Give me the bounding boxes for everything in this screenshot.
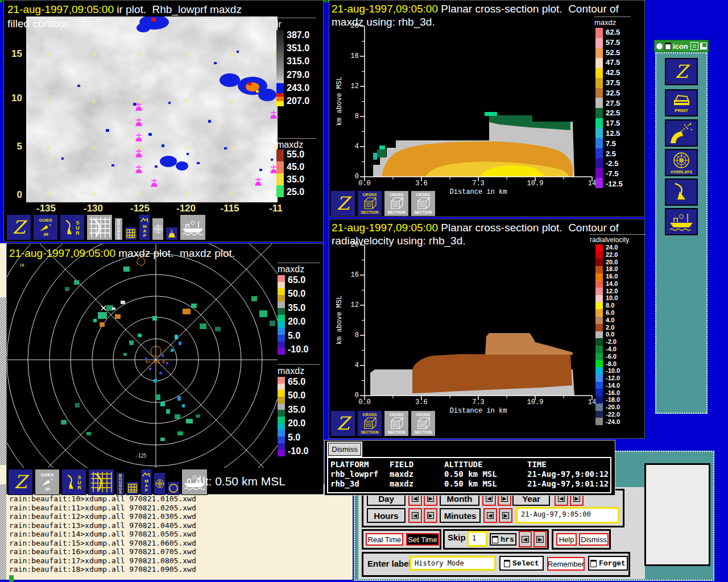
timestamp: 21-aug-1997,09:05:00 [332, 3, 438, 15]
hours-label: Hours [367, 508, 406, 523]
ship-icon [669, 211, 694, 232]
y-tick: 10 [7, 93, 22, 104]
radar-echoes [61, 267, 275, 441]
hours-prev-button[interactable]: ◀ [408, 508, 422, 523]
grid-icon [128, 484, 137, 493]
zebra-logo-button[interactable]: Z [665, 58, 698, 85]
maximize-icon[interactable] [700, 43, 707, 49]
radar-button[interactable] [665, 178, 698, 206]
set-time-button[interactable]: Set Time [406, 533, 439, 546]
forget-button[interactable]: Forget [588, 556, 628, 571]
minutes-prev-button[interactable]: ◀ [483, 508, 497, 523]
enter-label: Enter label: [367, 559, 414, 568]
terminal-window[interactable]: rain:beaufait:10>xdump.all 970821.0105.x… [0, 484, 353, 580]
cross-section-button-active[interactable]: CROSS SECTION [357, 190, 382, 217]
print-button[interactable]: PRINT [665, 89, 698, 117]
zebra-logo-button[interactable]: Z [6, 214, 31, 240]
timestamp: 21-aug-1997,09:05:00 [9, 247, 115, 259]
overlay-rings-button[interactable] [152, 218, 164, 240]
zebra-logo-button[interactable]: Z [330, 190, 355, 217]
dismiss-button[interactable]: Dismiss [579, 533, 609, 546]
ir-plot-window: 21-aug-1997,09:05:00 ir plot. Rhb_lowprf… [3, 0, 324, 242]
xsection-radialvelocity-window: 21-aug-1997,09:05:00 Planar cross-sectio… [329, 219, 645, 439]
menu-icon [492, 536, 498, 543]
real-time-button[interactable]: Real Time [366, 533, 403, 546]
surveillance-radar-button[interactable]: SUR [60, 214, 85, 240]
icon-rail-titlebar[interactable]: icon [654, 40, 709, 52]
icon-rail-window: Z PRINT OVERLAYS [655, 52, 708, 414]
satellite-dish-icon [40, 477, 54, 487]
y-tick: 15 [7, 48, 22, 60]
grid-small-button[interactable] [125, 227, 137, 240]
skip-units-label: hrs [500, 535, 514, 544]
cross-section-button[interactable]: CROSS SECTION [384, 410, 409, 436]
radar-origin-marker [137, 257, 161, 356]
help-button[interactable]: Help [556, 533, 577, 546]
ir-satellite-image[interactable] [26, 16, 278, 202]
select-button[interactable]: Select [499, 556, 544, 571]
map-button[interactable]: MAP [140, 469, 152, 495]
ir-toolbar: Z GOES .IR SUR BOUNDS MAP [6, 213, 206, 240]
time-value-field[interactable]: 21-Aug-97,9:05:00 [516, 507, 619, 523]
skip-back-button[interactable]: ◀ [519, 531, 532, 547]
xsection-title: 21-aug-1997,09:05:00 Planar cross-sectio… [332, 3, 619, 15]
x-tick: -130 [75, 203, 111, 214]
label-value-field[interactable]: History Mode [410, 556, 496, 571]
terminal-text[interactable]: rain:beaufait:10>xdump.all 970821.0105.x… [9, 494, 196, 574]
skip-units-button[interactable]: hrs [490, 533, 516, 546]
radar-grid-button[interactable] [86, 214, 113, 240]
radar-grid-button[interactable] [88, 469, 114, 495]
document-icon[interactable] [665, 43, 671, 50]
timestamp: 21-aug-1997,09:05:00 [332, 222, 438, 234]
ship-button[interactable] [180, 214, 206, 240]
grid-radar-icon [90, 471, 112, 493]
grid-icon [126, 229, 135, 238]
minutes-next-button[interactable]: ▶ [499, 508, 512, 523]
ppi-plot-title: 21-aug-1997,09:05:00 maxdz plot. maxdz p… [9, 247, 235, 260]
timestamp: 21-aug-1997,09:05:00 [7, 3, 114, 15]
x-tick: 3.6 [404, 180, 439, 188]
zebra-logo-button[interactable]: Z [8, 469, 33, 495]
grid-small-button[interactable] [126, 481, 139, 495]
ir-plot-title: 21-aug-1997,09:05:00 ir plot. Rhb_lowprf… [7, 3, 242, 16]
satellite-beam-icon [669, 122, 694, 144]
skip-fwd-button[interactable]: ▶ [533, 531, 547, 547]
maxdz-colorbar-lower: 65.050.035.020.05.0-10.0 [278, 377, 308, 456]
status-table: PLATFORM FIELD ALTITUDE TIME rhb_lowprfm… [327, 457, 611, 493]
cross-section-button[interactable]: CROSS SECTION [411, 410, 436, 436]
hours-next-button[interactable]: ▶ [424, 508, 437, 523]
ship-button[interactable] [665, 208, 698, 235]
xsection-toolbar: Z CROSS SECTION CROSS SECTION CROSS SECT… [330, 410, 436, 436]
window-menu-icon[interactable] [656, 43, 663, 50]
overlay-rings-button[interactable] [154, 472, 166, 495]
cross-section-button-active[interactable]: CROSS SECTION [357, 410, 382, 436]
skip-value-field[interactable]: 1 [467, 531, 487, 547]
status-table-header: PLATFORM FIELD ALTITUDE TIME [330, 460, 610, 469]
terminal-scrollbar[interactable] [0, 484, 6, 580]
xsection-title-line2: radialvelocity using: rhb_3d. [332, 235, 466, 247]
ppi-radar-display[interactable]: b<-125-0 10 -125 [7, 244, 278, 468]
surveillance-radar-button[interactable]: SUR [61, 469, 86, 495]
satellite-button[interactable] [665, 119, 698, 147]
bounds-button[interactable]: BOUNDS [116, 472, 125, 495]
bounds-button[interactable]: BOUNDS [114, 218, 123, 240]
cross-section-button[interactable]: CROSS SECTION [384, 190, 409, 217]
history-list-box[interactable] [644, 463, 710, 566]
maxdz-colorbar-title: maxdz [594, 16, 631, 27]
overlays-button[interactable]: OVERLAYS [665, 149, 698, 176]
buoy-button[interactable] [166, 227, 178, 240]
y-tick: 8 [346, 331, 359, 339]
map-button[interactable]: MAP [139, 214, 150, 240]
zebra-logo-button[interactable]: Z [330, 410, 355, 436]
y-tick: 16 [346, 271, 359, 279]
x-tick: 7.3 [461, 398, 495, 406]
status-dismiss-button[interactable]: Dismiss [328, 443, 361, 456]
goes-ir-button[interactable]: GOES .IR [35, 469, 60, 495]
xsection-maxdz-window: 21-aug-1997,09:05:00 Planar cross-sectio… [329, 0, 645, 217]
goes-ir-button[interactable]: GOES .IR [33, 214, 58, 240]
xterm-scrollbar[interactable] [0, 297, 6, 465]
minimize-icon[interactable] [690, 42, 698, 50]
cross-section-button[interactable]: CROSS SECTION [411, 190, 436, 217]
remember-button[interactable]: Remember [547, 557, 585, 571]
circle-overlay-button[interactable] [167, 481, 180, 495]
